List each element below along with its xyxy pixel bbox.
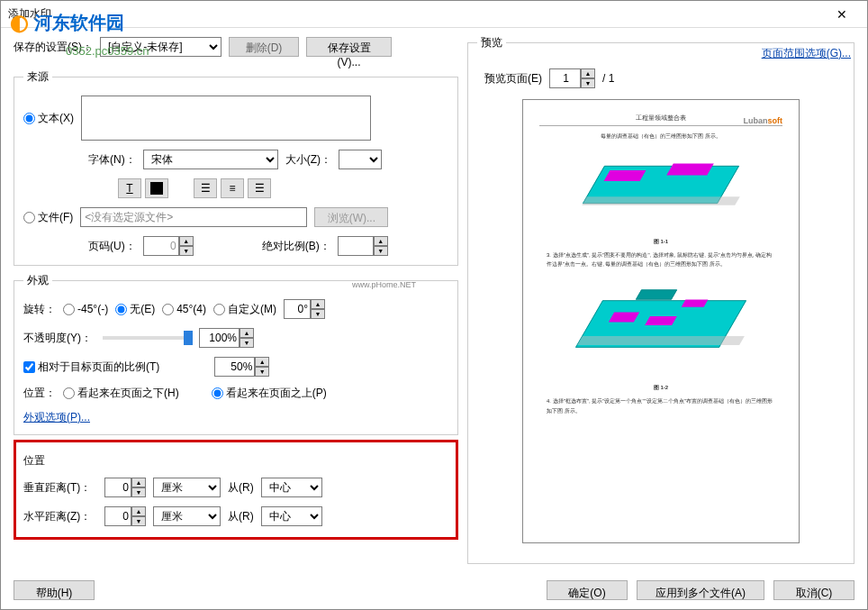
vdist-anchor-select[interactable]: 中心: [261, 478, 322, 497]
rotation-label: 旋转：: [23, 302, 56, 317]
bottom-bar: 帮助(H) 确定(O) 应用到多个文件(A) 取消(C): [14, 580, 854, 600]
slider-thumb-icon[interactable]: [184, 331, 193, 345]
logo-icon: ◐: [10, 10, 29, 34]
apply-multiple-button[interactable]: 应用到多个文件(A): [637, 580, 764, 600]
source-group: 来源 文本(X) 字体(N)： 宋体 大小(Z)： T ☰ ≡: [14, 69, 458, 266]
position-mode-row: 位置： 看起来在页面之下(H) 看起来在页面之上(P): [23, 386, 448, 401]
preview-legend: 预览: [477, 35, 506, 50]
page-num-label: 页码(U)：: [88, 239, 136, 254]
logo-url: 0352.pc0359.cn: [66, 44, 149, 58]
from-label: 从(R): [228, 480, 254, 496]
font-select[interactable]: 宋体: [143, 150, 278, 169]
spin-down-icon[interactable]: ▼: [311, 309, 325, 319]
doc-fig2-caption: 图 1-2: [547, 383, 775, 393]
preview-header: 预览页面(E) ▲▼ / 1: [477, 61, 845, 96]
preview-document: Lubansoft 工程量领域整合表 每量的调查基础（有色）的三维图形如下图 所…: [522, 99, 800, 543]
hdist-row: 水平距离(Z)： ▲▼ 厘米 从(R) 中心: [23, 506, 448, 526]
source-legend: 来源: [23, 69, 52, 85]
custom-angle-spinner[interactable]: ▲▼: [284, 299, 325, 319]
spin-down-icon[interactable]: ▼: [240, 338, 254, 348]
appearance-group: 外观 旋转： -45°(-) 无(E) 45°(4) 自定义(M) ▲▼ 不透明…: [14, 273, 458, 435]
color-button[interactable]: [145, 178, 168, 198]
format-row: T ☰ ≡ ☰: [118, 178, 448, 198]
text-source-row: 文本(X): [23, 96, 448, 141]
file-source-row: 文件(F) 浏览(W)...: [23, 207, 448, 227]
spin-up-icon[interactable]: ▲: [374, 236, 388, 246]
vdist-spinner[interactable]: ▲▼: [104, 478, 146, 497]
opacity-spinner[interactable]: ▲▼: [199, 328, 254, 348]
file-radio[interactable]: 文件(F): [23, 210, 73, 225]
browse-button[interactable]: 浏览(W)...: [314, 207, 388, 227]
doc-text-2: 3. 选择"点选生成", 提示"图案不要用的构造", 选择对象, 鼠标防右键, …: [547, 250, 775, 270]
hdist-label: 水平距离(Z)：: [23, 509, 97, 524]
align-left-button[interactable]: ☰: [194, 178, 217, 198]
spin-up-icon[interactable]: ▲: [240, 328, 254, 338]
underline-button[interactable]: T: [118, 178, 141, 198]
spin-up-icon[interactable]: ▲: [179, 236, 194, 246]
text-radio[interactable]: 文本(X): [23, 111, 74, 126]
hdist-spinner[interactable]: ▲▼: [104, 506, 146, 526]
position-highlight-box: 位置 垂直距离(T)： ▲▼ 厘米 从(R) 中心 水平距离(Z)：: [14, 440, 458, 540]
vdist-unit-select[interactable]: 厘米: [153, 478, 221, 497]
appearance-options-link[interactable]: 外观选项(P)...: [23, 411, 90, 423]
spin-down-icon[interactable]: ▼: [131, 487, 146, 497]
opacity-slider[interactable]: [103, 336, 188, 340]
doc-text-1: 每量的调查基础（有色）的三维图形如下图 所示。: [547, 132, 775, 141]
preview-page-label: 预览页面(E): [484, 71, 542, 86]
from-label: 从(R): [228, 509, 254, 524]
preview-page-spinner[interactable]: ▲▼: [549, 68, 595, 88]
custom-radio[interactable]: 自定义(M): [213, 302, 276, 317]
doc-figure-2: [584, 277, 737, 376]
spin-down-icon[interactable]: ▼: [131, 516, 146, 526]
close-button[interactable]: ✕: [824, 1, 860, 28]
doc-text-3: 4. 选择"框选布置", 提示"设定第一个角点""设定第二个角点"布置的调查基础…: [547, 396, 775, 416]
page-num-spinner[interactable]: ▲▼: [143, 236, 194, 256]
none-radio[interactable]: 无(E): [115, 302, 155, 317]
hdist-unit-select[interactable]: 厘米: [153, 506, 221, 526]
file-path-input[interactable]: [80, 207, 307, 227]
abs-ratio-spinner[interactable]: ▲▼: [338, 236, 388, 256]
page-abs-row: 页码(U)： ▲▼ 绝对比例(B)： ▲▼: [88, 236, 448, 256]
spin-up-icon[interactable]: ▲: [311, 299, 325, 309]
align-right-button[interactable]: ☰: [248, 178, 271, 198]
opacity-row: 不透明度(Y)： ▲▼: [23, 328, 448, 348]
site-logo: ◐ 河东软件园: [10, 10, 124, 35]
relative-scale-spinner[interactable]: ▲▼: [214, 357, 269, 377]
doc-figure-1: [584, 149, 737, 230]
bottom-right-buttons: 确定(O) 应用到多个文件(A) 取消(C): [547, 580, 854, 600]
rotation-row: 旋转： -45°(-) 无(E) 45°(4) 自定义(M) ▲▼: [23, 299, 448, 319]
left-column: 保存的设置(S)： [自定义-未保存] 删除(D) 保存设置(V)... 来源 …: [14, 35, 458, 564]
hdist-anchor-select[interactable]: 中心: [261, 506, 322, 526]
cancel-button[interactable]: 取消(C): [773, 580, 854, 600]
spin-down-icon[interactable]: ▼: [581, 78, 595, 88]
help-button[interactable]: 帮助(H): [14, 580, 95, 600]
spin-up-icon[interactable]: ▲: [581, 68, 595, 78]
spin-down-icon[interactable]: ▼: [255, 367, 269, 377]
spin-up-icon[interactable]: ▲: [255, 357, 269, 367]
pos45-radio[interactable]: 45°(4): [162, 303, 206, 315]
delete-button[interactable]: 删除(D): [229, 37, 299, 57]
dialog-content: 保存的设置(S)： [自定义-未保存] 删除(D) 保存设置(V)... 来源 …: [1, 28, 867, 571]
vdist-row: 垂直距离(T)： ▲▼ 厘米 从(R) 中心: [23, 478, 448, 497]
spin-down-icon[interactable]: ▼: [374, 246, 388, 256]
relative-scale-row: 相对于目标页面的比例(T) ▲▼: [23, 357, 448, 377]
above-radio[interactable]: 看起来在页面之上(P): [212, 386, 327, 401]
neg45-radio[interactable]: -45°(-): [63, 303, 108, 315]
below-radio[interactable]: 看起来在页面之下(H): [63, 386, 179, 401]
save-settings-button[interactable]: 保存设置(V)...: [306, 37, 392, 57]
spin-up-icon[interactable]: ▲: [131, 506, 146, 516]
size-select[interactable]: [339, 150, 382, 169]
color-swatch-icon: [150, 182, 163, 195]
vdist-label: 垂直距离(T)：: [23, 480, 97, 496]
abs-ratio-label: 绝对比例(B)：: [262, 239, 330, 254]
ok-button[interactable]: 确定(O): [547, 580, 628, 600]
size-label: 大小(Z)：: [285, 152, 331, 168]
spin-down-icon[interactable]: ▼: [179, 246, 194, 256]
right-column: 预览 预览页面(E) ▲▼ / 1 Lubansoft 工程量领域整合表 每量的…: [467, 35, 854, 564]
watermark-text-input[interactable]: [81, 96, 371, 141]
spin-up-icon[interactable]: ▲: [131, 478, 146, 487]
align-center-button[interactable]: ≡: [221, 178, 244, 198]
font-row: 字体(N)： 宋体 大小(Z)：: [88, 150, 448, 169]
relative-scale-checkbox[interactable]: 相对于目标页面的比例(T): [23, 360, 159, 375]
doc-fig1-caption: 图 1-1: [547, 237, 775, 247]
